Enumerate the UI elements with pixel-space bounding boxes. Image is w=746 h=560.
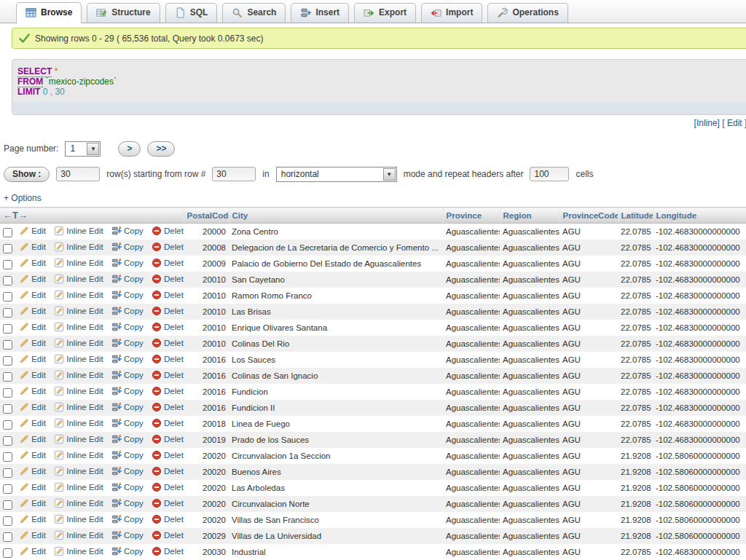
delete-row-link[interactable]: Delete — [152, 258, 184, 268]
edit-link[interactable]: Edit — [19, 498, 46, 508]
copy-row-link[interactable]: Copy — [111, 482, 144, 492]
tab-export[interactable]: Export — [354, 3, 416, 23]
edit-link[interactable]: Edit — [19, 242, 46, 252]
copy-row-link[interactable]: Copy — [111, 450, 144, 460]
delete-row-link[interactable]: Delete — [152, 514, 184, 524]
options-toggle-link[interactable]: + Options — [4, 193, 42, 203]
inline-edit-link[interactable]: Inline Edit — [54, 450, 103, 460]
column-header-region[interactable]: Region — [500, 208, 560, 224]
copy-row-link[interactable]: Copy — [111, 514, 144, 524]
row-checkbox[interactable] — [3, 292, 12, 301]
tab-browse[interactable]: Browse — [16, 2, 82, 23]
row-checkbox[interactable] — [3, 468, 12, 478]
tab-structure[interactable]: Structure — [87, 3, 160, 23]
delete-row-link[interactable]: Delete — [152, 226, 184, 236]
start-row-input[interactable] — [212, 167, 256, 181]
inline-edit-link[interactable]: Inline Edit — [54, 370, 103, 380]
delete-row-link[interactable]: Delete — [152, 434, 184, 444]
tab-search[interactable]: Search — [222, 3, 286, 23]
copy-row-link[interactable]: Copy — [111, 466, 144, 476]
page-number-select[interactable]: 1 ▼ — [65, 141, 101, 157]
delete-row-link[interactable]: Delete — [152, 338, 184, 348]
edit-link[interactable]: Edit — [19, 274, 46, 284]
delete-row-link[interactable]: Delete — [152, 530, 184, 540]
inline-edit-link[interactable]: Inline Edit — [54, 434, 103, 444]
inline-edit-link[interactable]: Inline Edit — [54, 514, 103, 524]
inline-edit-link[interactable]: Inline Edit — [54, 242, 103, 252]
delete-row-link[interactable]: Delete — [152, 290, 184, 300]
row-checkbox[interactable] — [3, 484, 12, 494]
copy-row-link[interactable]: Copy — [111, 338, 144, 348]
edit-link[interactable]: Edit — [19, 370, 46, 380]
edit-link[interactable]: Edit — [19, 290, 46, 300]
edit-link[interactable]: Edit — [19, 514, 46, 524]
inline-edit-link[interactable]: Inline Edit — [54, 306, 103, 316]
edit-link[interactable]: Edit — [19, 546, 46, 556]
copy-row-link[interactable]: Copy — [111, 498, 144, 508]
next-page-button[interactable]: > — [118, 141, 141, 157]
edit-link[interactable]: Edit — [19, 434, 46, 444]
row-checkbox[interactable] — [3, 404, 12, 414]
column-header-city[interactable]: City — [229, 208, 443, 224]
row-checkbox[interactable] — [3, 372, 12, 382]
row-count-input[interactable] — [56, 167, 100, 181]
column-move-arrows[interactable]: ←T→ — [0, 208, 184, 224]
delete-row-link[interactable]: Delete — [152, 274, 184, 284]
column-header-postalcode[interactable]: PostalCode — [184, 208, 229, 224]
row-checkbox[interactable] — [3, 324, 12, 334]
row-checkbox[interactable] — [3, 532, 12, 542]
delete-row-link[interactable]: Delete — [152, 498, 184, 508]
copy-row-link[interactable]: Copy — [111, 402, 144, 412]
edit-link[interactable]: Edit — [19, 306, 46, 316]
row-checkbox[interactable] — [3, 308, 12, 318]
repeat-headers-input[interactable] — [530, 167, 569, 181]
delete-row-link[interactable]: Delete — [152, 354, 184, 364]
inline-edit-link[interactable]: Inline Edit — [54, 322, 103, 332]
copy-row-link[interactable]: Copy — [111, 530, 144, 540]
copy-row-link[interactable]: Copy — [111, 258, 144, 268]
delete-row-link[interactable]: Delete — [152, 546, 184, 556]
copy-row-link[interactable]: Copy — [111, 434, 144, 444]
edit-link[interactable]: Edit — [19, 402, 46, 412]
row-checkbox[interactable] — [3, 228, 12, 237]
last-page-button[interactable]: >> — [147, 141, 175, 157]
edit-link[interactable]: Edit — [19, 386, 46, 396]
inline-edit-link[interactable]: Inline Edit — [54, 338, 103, 348]
copy-row-link[interactable]: Copy — [111, 546, 144, 556]
delete-row-link[interactable]: Delete — [152, 402, 184, 412]
tab-insert[interactable]: Insert — [291, 3, 349, 23]
row-checkbox[interactable] — [3, 436, 12, 446]
display-mode-select[interactable]: horizontal ▼ — [276, 167, 397, 182]
edit-link[interactable]: Edit — [19, 226, 46, 236]
row-checkbox[interactable] — [3, 388, 12, 398]
edit-link[interactable]: Edit — [19, 354, 46, 364]
edit-link[interactable]: Edit — [19, 258, 46, 268]
row-checkbox[interactable] — [3, 340, 12, 350]
copy-row-link[interactable]: Copy — [111, 322, 144, 332]
edit-query-link[interactable]: [ Edit ] — [722, 118, 746, 128]
column-header-latitude[interactable]: Latitude — [618, 208, 653, 224]
inline-edit-link[interactable]: Inline Edit — [54, 402, 103, 412]
edit-link[interactable]: Edit — [19, 530, 46, 540]
inline-edit-link[interactable]: Inline Edit — [54, 418, 103, 428]
inline-edit-link[interactable]: Inline Edit — [54, 258, 103, 268]
delete-row-link[interactable]: Delete — [152, 418, 184, 428]
row-checkbox[interactable] — [3, 260, 12, 269]
row-checkbox[interactable] — [3, 244, 12, 253]
inline-edit-link[interactable]: Inline Edit — [54, 546, 103, 556]
copy-row-link[interactable]: Copy — [111, 226, 144, 236]
edit-link[interactable]: Edit — [19, 450, 46, 460]
tab-operations[interactable]: Operations — [487, 3, 568, 23]
edit-link[interactable]: Edit — [19, 322, 46, 332]
copy-row-link[interactable]: Copy — [111, 274, 144, 284]
copy-row-link[interactable]: Copy — [111, 242, 144, 252]
copy-row-link[interactable]: Copy — [111, 306, 144, 316]
edit-link[interactable]: Edit — [19, 466, 46, 476]
row-checkbox[interactable] — [3, 516, 12, 526]
column-header-province[interactable]: Province — [443, 208, 500, 224]
column-header-provincecode[interactable]: ProvinceCode — [560, 208, 618, 224]
copy-row-link[interactable]: Copy — [111, 354, 144, 364]
inline-edit-link[interactable]: Inline Edit — [54, 482, 103, 492]
delete-row-link[interactable]: Delete — [152, 322, 184, 332]
delete-row-link[interactable]: Delete — [152, 370, 184, 380]
